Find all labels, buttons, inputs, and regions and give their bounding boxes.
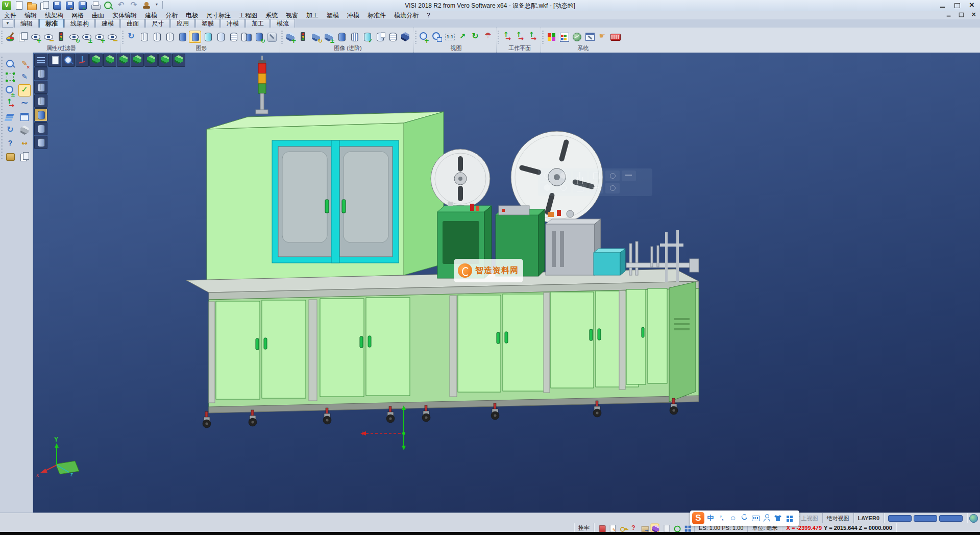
qat-options-icon[interactable]	[153, 0, 160, 12]
workplane-auto-icon[interactable]	[513, 31, 526, 43]
view-menu-icon[interactable]	[34, 54, 47, 67]
context-help-icon[interactable]	[4, 137, 16, 150]
doc-close-button[interactable]	[970, 12, 976, 17]
zoom-dynamic-icon[interactable]	[456, 31, 469, 43]
sogou-logo-icon[interactable]: S	[692, 512, 704, 524]
image-refresh-icon[interactable]	[310, 31, 322, 43]
ime-skin-icon[interactable]	[773, 513, 783, 524]
mesh-view-icon[interactable]	[227, 31, 239, 43]
color-swatch[interactable]	[888, 515, 912, 522]
lock-toggle[interactable]: 拴牢	[574, 523, 594, 532]
ime-mic-icon[interactable]	[739, 513, 749, 524]
toolbar-grip[interactable]	[1, 57, 3, 159]
menu-item[interactable]: 工程图	[235, 11, 261, 20]
minimize-button[interactable]	[939, 3, 946, 9]
menu-item[interactable]: 编辑	[20, 11, 41, 20]
ghost-icon[interactable]	[589, 171, 603, 181]
image-shaded-icon[interactable]	[335, 31, 348, 43]
save-all-icon[interactable]	[77, 0, 89, 12]
template-icon[interactable]	[140, 0, 153, 12]
zoom-1-1-icon[interactable]	[444, 31, 456, 43]
measure-icon[interactable]	[18, 137, 31, 150]
print-icon[interactable]	[89, 0, 102, 12]
ime-lang-icon[interactable]: 中	[705, 513, 716, 524]
menu-item[interactable]: 线架构	[41, 11, 67, 20]
image-invert-icon[interactable]	[323, 31, 335, 43]
import-file-icon[interactable]	[38, 0, 51, 12]
menu-item[interactable]: ?	[423, 12, 434, 19]
print-preview-icon[interactable]	[102, 0, 114, 12]
edit-note-icon[interactable]	[608, 524, 617, 532]
sheet-icon[interactable]	[662, 524, 670, 532]
system-config-icon[interactable]	[583, 31, 596, 43]
undo-icon[interactable]	[115, 0, 127, 12]
duplicate-icon[interactable]	[18, 151, 31, 163]
ghost-icon[interactable]	[605, 171, 620, 181]
filter-refresh-icon[interactable]	[68, 31, 80, 43]
flat-shade-icon[interactable]	[214, 31, 227, 43]
view-cube-iso1-icon[interactable]	[158, 54, 172, 67]
doc-minimize-button[interactable]	[946, 12, 952, 17]
workplane-entity-icon[interactable]	[526, 31, 538, 43]
attribute-copy-icon[interactable]	[17, 31, 29, 43]
ghost-icon[interactable]	[573, 171, 587, 181]
ribbon-tab[interactable]: 尺寸	[145, 19, 170, 28]
preview-zoom-icon[interactable]	[4, 58, 16, 70]
access-key-icon[interactable]	[619, 524, 627, 532]
shade-rotate-icon[interactable]	[253, 31, 265, 43]
regen-icon[interactable]	[125, 31, 137, 43]
save-as-icon[interactable]	[64, 0, 76, 12]
view-plane-icon[interactable]	[48, 54, 61, 67]
disp-shaded-edges-icon[interactable]	[34, 94, 47, 108]
hidden-line-icon[interactable]	[151, 31, 163, 43]
transparent-icon[interactable]	[202, 31, 214, 43]
ghost-icon[interactable]	[556, 171, 571, 181]
ribbon-tab[interactable]: 曲面	[120, 19, 145, 28]
menu-item[interactable]: 实体编辑	[108, 11, 141, 20]
dynamic-axes-icon[interactable]	[4, 98, 16, 110]
menu-item[interactable]: 视窗	[282, 11, 302, 20]
view-refresh-icon[interactable]	[4, 124, 16, 136]
menu-item[interactable]: 文件	[0, 11, 20, 20]
image-check-icon[interactable]	[361, 31, 373, 43]
view-mode-cell[interactable]: 绝对视图	[823, 513, 854, 523]
menu-item[interactable]: 加工	[302, 11, 323, 20]
disp-shaded-icon[interactable]	[34, 108, 47, 121]
notebook-icon[interactable]	[4, 151, 16, 163]
ribbon-tab[interactable]: 冲模	[220, 19, 245, 28]
menu-item[interactable]: 模流分析	[390, 11, 423, 20]
menu-item[interactable]: 系统	[261, 11, 282, 20]
ime-punct-icon[interactable]: ’,	[717, 513, 727, 524]
zoom-inout-icon[interactable]	[4, 84, 16, 96]
hidden-dashed-icon[interactable]	[163, 31, 176, 43]
command-prompt-area[interactable]	[0, 523, 574, 532]
disp-hidden-icon[interactable]	[34, 81, 47, 94]
menu-item[interactable]: 冲模	[343, 11, 363, 20]
confirm-check-icon[interactable]	[18, 84, 31, 96]
menu-item[interactable]: 塑模	[323, 11, 343, 20]
attribute-brush-icon[interactable]	[4, 31, 16, 43]
ime-toolbox-icon[interactable]	[784, 513, 794, 524]
new-file-icon[interactable]	[13, 0, 25, 12]
shaded-edges-icon[interactable]	[189, 31, 201, 43]
color-swatch[interactable]	[939, 515, 963, 522]
image-add-icon[interactable]	[284, 31, 297, 43]
ghost-icon[interactable]	[556, 183, 571, 193]
close-button[interactable]	[968, 3, 975, 9]
graphics-settings-icon[interactable]	[265, 31, 278, 43]
menu-item[interactable]: 曲面	[88, 11, 108, 20]
layers-palette-icon[interactable]	[4, 111, 16, 123]
menu-item[interactable]: 建模	[141, 11, 161, 20]
ghost-icon[interactable]	[589, 183, 603, 193]
ribbon-tab[interactable]: 编辑	[14, 19, 39, 28]
filter-traffic-icon[interactable]	[55, 31, 67, 43]
color-swatch[interactable]	[914, 515, 937, 522]
sketch-curve-icon[interactable]	[18, 98, 31, 110]
ghost-icon[interactable]	[622, 171, 636, 181]
view-cube-front-icon[interactable]	[103, 54, 116, 67]
maximize-button[interactable]	[953, 3, 961, 9]
menu-item[interactable]: 标准件	[363, 11, 390, 20]
zoom-all-icon[interactable]	[431, 31, 443, 43]
zoom-window-icon[interactable]	[418, 31, 430, 43]
menu-item[interactable]: 电极	[182, 11, 202, 20]
